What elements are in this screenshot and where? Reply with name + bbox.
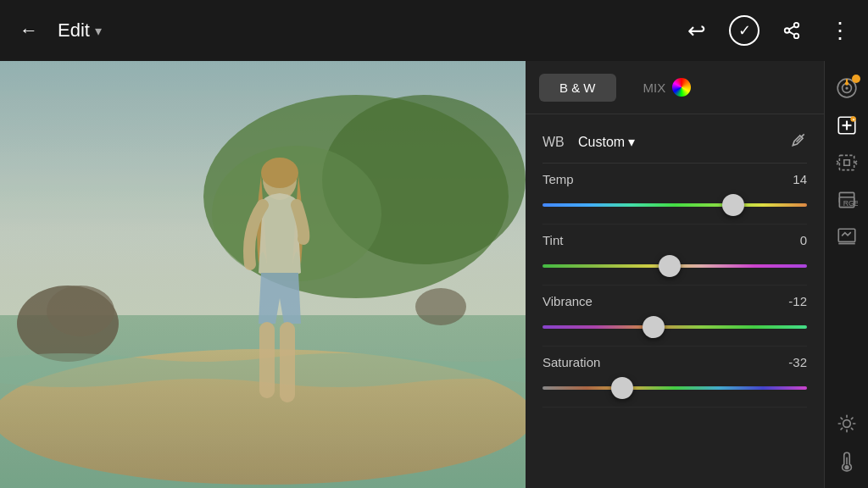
eyedropper-button[interactable] [790, 131, 807, 152]
tint-value: 0 [800, 233, 807, 247]
sidebar-healing-button[interactable]: ✦ [830, 108, 864, 142]
slider-row-tint: Tint 0 [542, 225, 807, 286]
svg-line-3 [789, 31, 794, 35]
main-content: B & W MIX WB Custom ▾ [0, 61, 868, 488]
title-dropdown-icon[interactable]: ▾ [95, 23, 102, 39]
svg-point-0 [794, 23, 799, 27]
tint-thumb[interactable] [659, 255, 681, 277]
temp-value: 14 [793, 172, 807, 186]
svg-point-25 [844, 81, 848, 85]
photo-panel [0, 61, 526, 488]
saturation-thumb[interactable] [611, 377, 633, 399]
tab-bw[interactable]: B & W [539, 74, 616, 102]
vibrance-slider[interactable] [542, 317, 807, 337]
sidebar-temperature-button[interactable] [830, 444, 864, 478]
svg-line-44 [841, 428, 843, 430]
tabs-row: B & W MIX [526, 61, 824, 114]
wb-dropdown[interactable]: Custom ▾ [578, 134, 635, 150]
confirm-icon: ✓ [738, 21, 751, 40]
transform-icon [836, 152, 858, 174]
temp-slider[interactable] [542, 195, 807, 215]
vibrance-thumb[interactable] [643, 316, 665, 338]
share-icon [782, 21, 801, 40]
temp-thumb[interactable] [722, 194, 744, 216]
more-button[interactable]: ⋮ [824, 15, 854, 46]
svg-line-42 [841, 418, 843, 419]
wb-value: Custom [578, 135, 625, 150]
svg-rect-19 [0, 61, 526, 488]
sun-icon [836, 413, 858, 435]
slider-row-temp: Temp 14 [542, 164, 807, 225]
slider-row-saturation: Saturation -32 [542, 347, 807, 408]
vibrance-value: -12 [788, 294, 807, 308]
svg-text:RGB: RGB [843, 199, 857, 208]
back-button[interactable]: ← [14, 15, 44, 46]
svg-point-37 [843, 420, 850, 428]
vibrance-track [542, 325, 807, 329]
top-bar-left: ← Edit ▾ [14, 15, 668, 46]
eyedropper-icon [790, 131, 807, 148]
layers-icon: RGB [836, 189, 858, 211]
confirm-button[interactable]: ✓ [729, 15, 760, 46]
effects-icon [836, 226, 858, 248]
undo-button[interactable]: ↩ [682, 15, 712, 46]
svg-point-1 [785, 28, 790, 33]
temp-label: Temp [542, 172, 574, 186]
slider-header-vibrance: Vibrance -12 [542, 294, 807, 308]
tint-label: Tint [542, 233, 563, 247]
saturation-label: Saturation [542, 355, 600, 369]
svg-line-43 [851, 428, 853, 430]
sidebar-effects-button[interactable] [830, 220, 864, 254]
title-area: Edit ▾ [58, 19, 102, 42]
temp-track [542, 203, 807, 207]
svg-point-47 [844, 465, 849, 469]
sliders-area: WB Custom ▾ Temp 14 [526, 114, 824, 488]
top-bar-right: ↩ ✓ ⋮ [682, 15, 854, 46]
tint-slider[interactable] [542, 256, 807, 276]
edit-title: Edit [58, 19, 90, 42]
share-button[interactable] [776, 15, 807, 46]
sidebar-presets-button[interactable] [830, 71, 864, 105]
sidebar-light-button[interactable] [830, 407, 864, 441]
vibrance-label: Vibrance [542, 294, 593, 308]
mix-label: MIX [643, 80, 666, 95]
sidebar-layers-button[interactable]: RGB [830, 183, 864, 217]
saturation-track [542, 386, 807, 390]
thermometer-icon [836, 450, 858, 472]
svg-rect-31 [839, 155, 854, 169]
wb-label: WB [542, 135, 568, 150]
slider-header-saturation: Saturation -32 [542, 355, 807, 369]
svg-text:✦: ✦ [851, 117, 854, 122]
slider-header-tint: Tint 0 [542, 233, 807, 247]
healing-icon: ✦ [836, 114, 858, 136]
tab-mix[interactable]: MIX [623, 71, 712, 103]
color-circle-icon [672, 78, 691, 97]
saturation-value: -32 [788, 355, 807, 369]
sidebar-transform-button[interactable] [830, 146, 864, 180]
saturation-slider[interactable] [542, 378, 807, 398]
slider-header-temp: Temp 14 [542, 172, 807, 186]
photo-svg [0, 61, 526, 488]
photo-image [0, 61, 526, 488]
controls-panel: B & W MIX WB Custom ▾ [526, 61, 824, 488]
wb-row: WB Custom ▾ [542, 121, 807, 164]
svg-point-2 [794, 34, 799, 38]
presets-badge [852, 75, 860, 83]
right-sidebar: ✦ RGB [824, 61, 868, 488]
svg-line-4 [789, 26, 794, 30]
svg-line-45 [851, 418, 853, 419]
top-bar: ← Edit ▾ ↩ ✓ ⋮ [0, 0, 868, 61]
wb-dropdown-icon: ▾ [628, 134, 635, 150]
slider-row-vibrance: Vibrance -12 [542, 286, 807, 347]
svg-point-23 [845, 86, 848, 89]
